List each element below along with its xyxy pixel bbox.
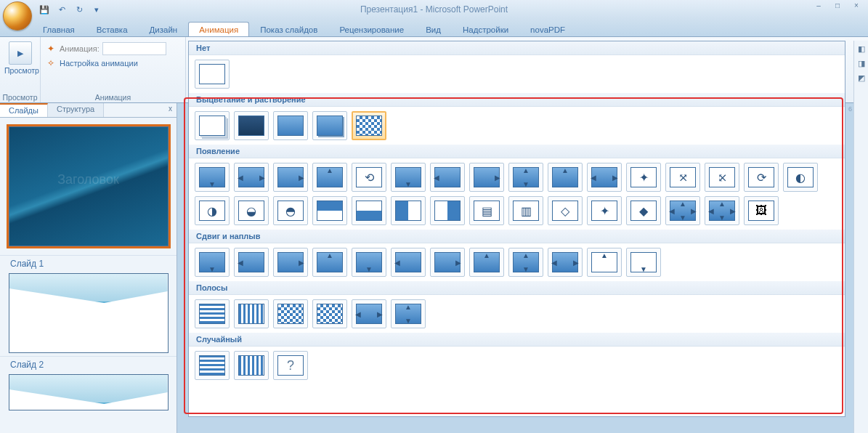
transition-dissolve[interactable] <box>352 111 386 140</box>
transition-push-4[interactable]: ▲ <box>312 248 347 277</box>
transition-appear-15[interactable]: ⟳ <box>744 163 779 192</box>
undo-icon[interactable]: ↶ <box>55 3 68 16</box>
slides-pane-close[interactable]: x <box>164 103 177 117</box>
transition-appear-18[interactable]: ◒ <box>234 196 269 225</box>
preview-button[interactable]: ▶ Просмотр <box>4 41 36 75</box>
tab-insert[interactable]: Вставка <box>86 22 139 36</box>
custom-animation-button[interactable]: ✧ Настройка анимации <box>45 57 181 69</box>
outline-tab[interactable]: Структура <box>48 103 104 117</box>
transition-appear-31[interactable]: 🖼 <box>744 196 779 225</box>
transition-appear-12[interactable]: ✦ <box>626 163 661 192</box>
transition-random-2[interactable] <box>234 351 269 380</box>
transition-bars-2[interactable] <box>234 299 269 328</box>
transition-appear-30[interactable]: ◀▶▲▼ <box>705 196 739 225</box>
transition-appear-7[interactable]: ◀ <box>430 163 465 192</box>
tab-slideshow[interactable]: Показ слайдов <box>249 22 328 36</box>
transition-appear-10[interactable]: ▲ <box>548 163 583 192</box>
transition-push-10[interactable]: ◀▶ <box>548 248 583 277</box>
slide-thumb-1b[interactable] <box>9 273 169 353</box>
transition-gallery-dropdown: Нет Выцветание и растворение Появление ▼… <box>188 41 845 417</box>
preview-icon: ▶ <box>9 41 32 65</box>
transition-appear-2[interactable]: ◀▶ <box>234 163 269 192</box>
transition-push-1[interactable]: ▼ <box>195 248 230 277</box>
tab-review[interactable]: Рецензирование <box>328 22 415 36</box>
transition-random-question[interactable]: ? <box>273 351 308 380</box>
transition-none[interactable] <box>195 60 230 89</box>
tab-novapdf[interactable]: novaPDF <box>519 22 576 36</box>
transition-appear-21[interactable] <box>352 196 386 225</box>
transition-push-3[interactable]: ▶ <box>273 248 308 277</box>
transition-push-12[interactable]: ▼ <box>626 248 661 277</box>
transition-fade-1[interactable] <box>195 111 230 140</box>
transition-push-6[interactable]: ◀ <box>391 248 426 277</box>
tab-addins[interactable]: Надстройки <box>452 22 519 36</box>
minimize-button[interactable]: – <box>810 1 827 13</box>
transition-appear-13[interactable]: ⤧ <box>665 163 700 192</box>
transition-appear-8[interactable]: ▶ <box>469 163 504 192</box>
transition-appear-27[interactable]: ✦ <box>587 196 622 225</box>
transition-appear-23[interactable] <box>430 196 465 225</box>
slide-thumb-2[interactable] <box>9 374 169 410</box>
transition-appear-16[interactable]: ◐ <box>783 163 818 192</box>
transition-appear-19[interactable]: ◓ <box>273 196 308 225</box>
tab-view[interactable]: Вид <box>415 22 452 36</box>
transition-push-7[interactable]: ▶ <box>430 248 465 277</box>
maximize-button[interactable]: □ <box>829 1 846 13</box>
taskpane-icon-3[interactable]: ◩ <box>855 71 868 84</box>
transition-appear-29[interactable]: ◀▶▲▼ <box>665 196 700 225</box>
qat-more-icon[interactable]: ▾ <box>90 3 103 16</box>
transition-appear-26[interactable]: ◇ <box>548 196 583 225</box>
tab-animation[interactable]: Анимация <box>188 22 249 36</box>
category-body-random: ? <box>189 347 845 384</box>
group-label-preview: Просмотр <box>0 93 40 102</box>
category-header-random: Случайный <box>189 333 845 347</box>
slide-item-1[interactable]: Слайд 1 <box>0 255 177 353</box>
transition-appear-20[interactable] <box>312 196 347 225</box>
tab-design[interactable]: Дизайн <box>139 22 189 36</box>
transition-appear-9[interactable]: ▲▼ <box>508 163 543 192</box>
office-button[interactable] <box>3 1 32 31</box>
transition-bars-3[interactable] <box>273 299 308 328</box>
transition-appear-25[interactable]: ▥ <box>508 196 543 225</box>
transition-push-9[interactable]: ▲▼ <box>508 248 543 277</box>
tab-home[interactable]: Главная <box>32 22 86 36</box>
slide-thumb-1[interactable]: Заголовок <box>9 126 169 246</box>
slide-item-2[interactable]: Слайд 2 <box>0 356 177 410</box>
transition-appear-17[interactable]: ◑ <box>195 196 230 225</box>
transition-appear-14[interactable]: ⤪ <box>705 163 739 192</box>
wave-decoration-2 <box>9 375 168 404</box>
transition-bars-4[interactable] <box>312 299 347 328</box>
transition-bars-5[interactable]: ◀▶ <box>352 299 386 328</box>
transition-random-1[interactable] <box>195 351 230 380</box>
quick-access-toolbar: 💾 ↶ ↻ ▾ <box>38 3 103 16</box>
window-title: Презентация1 - Microsoft PowerPoint <box>360 4 508 15</box>
transition-fade-3[interactable] <box>273 111 308 140</box>
transition-push-8[interactable]: ▲ <box>469 248 504 277</box>
close-button[interactable]: × <box>848 1 865 13</box>
transition-appear-28[interactable]: ◆ <box>626 196 661 225</box>
transition-fade-2[interactable] <box>234 111 269 140</box>
transition-push-5[interactable]: ▼ <box>352 248 386 277</box>
redo-icon[interactable]: ↻ <box>73 3 86 16</box>
slide-label-2: Слайд 2 <box>0 357 177 371</box>
transition-appear-11[interactable]: ◀▶ <box>587 163 622 192</box>
ribbon-tabs: Главная Вставка Дизайн Анимация Показ сл… <box>0 19 868 36</box>
transition-bars-6[interactable]: ▲▼ <box>391 299 426 328</box>
taskpane-icon-2[interactable]: ◨ <box>855 57 868 70</box>
taskpane-icon-1[interactable]: ◧ <box>855 42 868 55</box>
transition-appear-4[interactable]: ▲ <box>312 163 347 192</box>
transition-appear-6[interactable]: ▼ <box>391 163 426 192</box>
transition-fade-4[interactable] <box>312 111 347 140</box>
transition-appear-3[interactable]: ▶ <box>273 163 308 192</box>
transition-push-11[interactable]: ▲ <box>587 248 622 277</box>
transition-appear-1[interactable]: ▼ <box>195 163 230 192</box>
transition-appear-24[interactable]: ▤ <box>469 196 504 225</box>
transition-push-2[interactable]: ◀ <box>234 248 269 277</box>
category-header-fade: Выцветание и растворение <box>189 93 845 107</box>
transition-appear-22[interactable] <box>391 196 426 225</box>
slides-tab[interactable]: Слайды <box>0 103 48 117</box>
transition-appear-5[interactable]: ⟲ <box>352 163 386 192</box>
animation-combo[interactable] <box>102 42 166 55</box>
transition-bars-1[interactable] <box>195 299 230 328</box>
save-icon[interactable]: 💾 <box>38 3 51 16</box>
